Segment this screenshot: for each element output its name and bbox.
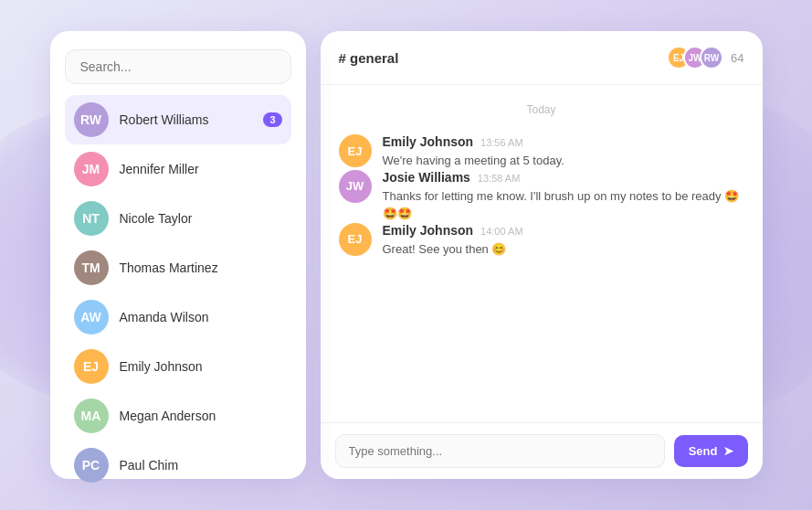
- channel-title: # general: [339, 50, 399, 66]
- avatar: EJ: [74, 349, 109, 384]
- contact-item[interactable]: AWAmanda Wilson: [65, 292, 291, 342]
- send-icon: ➤: [723, 444, 733, 458]
- message-text: We're having a meeting at 5 today.: [383, 152, 564, 170]
- avatar: JM: [74, 152, 109, 186]
- contact-item[interactable]: NTNicole Taylor: [65, 194, 291, 243]
- message-time: 14:00 AM: [480, 226, 522, 237]
- message-time: 13:56 AM: [480, 137, 522, 148]
- contact-name: Nicole Taylor: [120, 211, 282, 226]
- avatar: MA: [74, 398, 109, 433]
- avatar: AW: [74, 300, 109, 335]
- message-content: Emily Johnson14:00 AMGreat! See you then…: [383, 223, 523, 259]
- avatar-stack: EJ JW RW: [667, 46, 723, 69]
- message-meta: Emily Johnson13:56 AM: [383, 134, 564, 149]
- message-item: EJEmily Johnson14:00 AMGreat! See you th…: [339, 223, 744, 259]
- contact-name: Robert Williams: [120, 112, 253, 127]
- avatar: PC: [74, 448, 109, 483]
- contacts-panel: RWRobert Williams3JMJennifer MillerNTNic…: [50, 31, 306, 479]
- chat-input[interactable]: [335, 434, 665, 468]
- contact-item[interactable]: RWRobert Williams3: [65, 95, 291, 144]
- avatar: NT: [74, 201, 109, 236]
- date-divider: Today: [339, 103, 744, 116]
- contact-item[interactable]: JMJennifer Miller: [65, 144, 291, 194]
- avatar: RW: [74, 102, 109, 137]
- contact-name: Thomas Martinez: [120, 260, 282, 275]
- message-sender: Emily Johnson: [383, 134, 474, 149]
- message-avatar: EJ: [339, 134, 372, 167]
- message-meta: Emily Johnson14:00 AM: [383, 223, 523, 238]
- message-avatar: JW: [339, 170, 372, 203]
- message-time: 13:58 AM: [478, 173, 520, 184]
- search-input[interactable]: [65, 49, 291, 84]
- message-sender: Josie Williams: [383, 170, 470, 185]
- avatar: TM: [74, 250, 109, 285]
- message-content: Josie Williams13:58 AMThanks for letting…: [383, 170, 744, 223]
- message-meta: Josie Williams13:58 AM: [383, 170, 744, 185]
- contact-name: Emily Johnson: [120, 359, 282, 374]
- contact-name: Amanda Wilson: [120, 310, 282, 324]
- message-text: Thanks for letting me know. I'll brush u…: [383, 187, 744, 223]
- unread-badge: 3: [263, 112, 281, 127]
- contact-name: Megan Anderson: [120, 409, 282, 423]
- app-container: RWRobert Williams3JMJennifer MillerNTNic…: [50, 31, 763, 479]
- message-content: Emily Johnson13:56 AMWe're having a meet…: [383, 134, 564, 170]
- contact-item[interactable]: MAMegan Anderson: [65, 391, 291, 441]
- chat-messages: Today EJEmily Johnson13:56 AMWe're havin…: [321, 85, 763, 422]
- send-button[interactable]: Send ➤: [674, 435, 748, 467]
- message-item: EJEmily Johnson13:56 AMWe're having a me…: [339, 134, 744, 170]
- chat-input-area: Send ➤: [321, 422, 763, 479]
- chat-header: # general EJ JW RW 64: [321, 31, 763, 85]
- contact-item[interactable]: EJEmily Johnson: [65, 342, 291, 391]
- message-sender: Emily Johnson: [383, 223, 474, 238]
- messages-list: EJEmily Johnson13:56 AMWe're having a me…: [339, 134, 744, 258]
- message-avatar: EJ: [339, 223, 372, 256]
- contact-name: Jennifer Miller: [120, 162, 282, 176]
- header-right: EJ JW RW 64: [667, 46, 743, 69]
- contacts-list: RWRobert Williams3JMJennifer MillerNTNic…: [65, 95, 291, 490]
- mini-avatar-3: RW: [700, 46, 723, 69]
- contact-item[interactable]: TMThomas Martinez: [65, 243, 291, 292]
- contact-item[interactable]: PCPaul Chim: [65, 441, 291, 490]
- message-text: Great! See you then 😊: [383, 240, 523, 259]
- send-label: Send: [689, 444, 718, 458]
- chat-panel: # general EJ JW RW 64 Today EJEmily John…: [321, 31, 763, 479]
- contact-name: Paul Chim: [120, 458, 282, 473]
- message-item: JWJosie Williams13:58 AMThanks for letti…: [339, 170, 744, 223]
- member-count: 64: [731, 51, 743, 65]
